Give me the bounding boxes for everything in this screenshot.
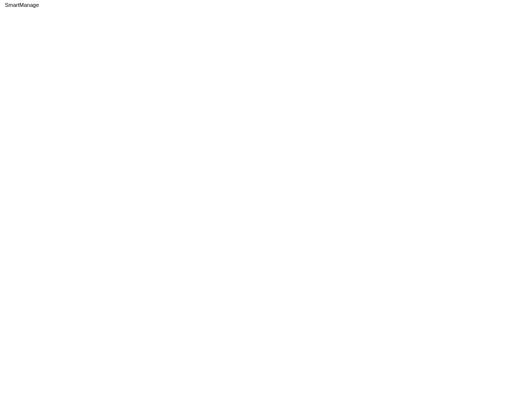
page-header: SmartManage (0, 0, 532, 10)
